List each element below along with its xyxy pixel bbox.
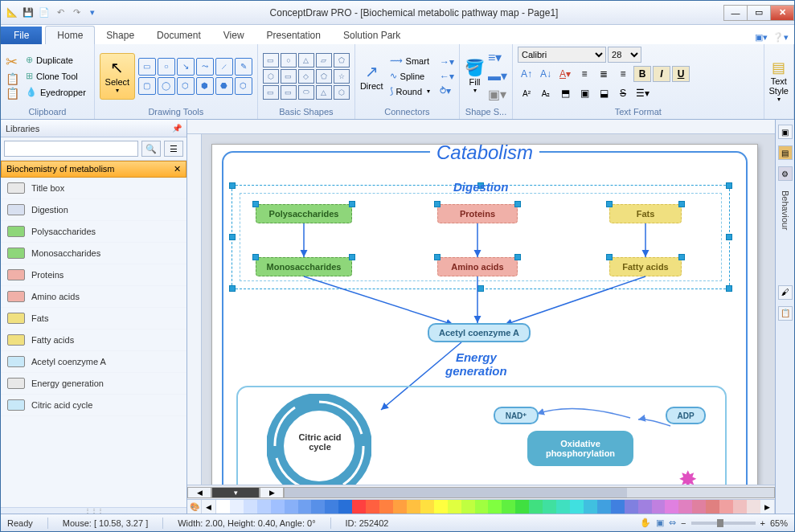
paste-icon[interactable]: 📋 [6, 87, 19, 100]
color-swatch[interactable] [434, 500, 448, 514]
color-swatch[interactable] [678, 500, 692, 514]
color-swatch[interactable] [692, 500, 706, 514]
bold-button[interactable]: B [633, 66, 651, 82]
color-swatch[interactable] [611, 500, 625, 514]
page-tab[interactable]: ▾ [211, 487, 260, 498]
fit-width-icon[interactable]: ⇔ [669, 518, 676, 528]
subscript-icon[interactable]: A₂ [537, 85, 555, 101]
cut-icon[interactable]: ✂ [6, 53, 19, 71]
rail-btn-1[interactable]: ▣ [778, 125, 793, 139]
color-swatch[interactable] [461, 500, 475, 514]
list-item[interactable]: Title box [1, 178, 186, 199]
close-button[interactable]: ✕ [770, 5, 794, 21]
qat-save-icon[interactable]: 💾 [22, 6, 35, 19]
rail-btn-5[interactable]: 📋 [778, 306, 793, 321]
node-polysaccharides[interactable]: Polysaccharides [256, 204, 352, 223]
duplicate-button[interactable]: ⊕Duplicate [23, 53, 89, 67]
basic-shapes-grid[interactable]: ▭○△▱⬠ ⬡▭◇⬠☆ ▭▭⬭△⬡ [263, 53, 350, 100]
color-swatch[interactable] [393, 500, 407, 514]
fit-page-icon[interactable]: ▣ [656, 518, 664, 528]
color-swatch[interactable] [584, 500, 597, 514]
zoom-in-icon[interactable]: + [760, 518, 765, 528]
color-swatch[interactable] [216, 500, 230, 514]
page-prev-button[interactable]: ◀ [187, 487, 211, 498]
superscript-icon[interactable]: A² [518, 85, 535, 101]
node-acetyl-coa[interactable]: Acetyl coenzyme A [428, 323, 531, 342]
line-style-icon[interactable]: ≡▾ [488, 50, 507, 65]
category-close-icon[interactable]: ✕ [174, 164, 181, 174]
bullets-icon[interactable]: ☰▾ [633, 85, 651, 101]
library-search-input[interactable] [4, 141, 138, 157]
search-button[interactable]: 🔍 [141, 141, 161, 157]
list-item[interactable]: Energy generation [1, 373, 186, 395]
node-fats[interactable]: Fats [609, 204, 682, 223]
node-fatty-acids[interactable]: Fatty acids [609, 257, 682, 276]
maximize-button[interactable]: ▭ [747, 5, 771, 21]
color-swatch[interactable] [515, 500, 529, 514]
valign-top-icon[interactable]: ⬒ [556, 85, 574, 101]
underline-button[interactable]: U [672, 66, 690, 82]
tab-document[interactable]: Document [145, 27, 212, 44]
palette-next-icon[interactable]: ▶ [760, 500, 775, 514]
color-swatch[interactable] [366, 500, 379, 514]
list-item[interactable]: Citric acid cycle [1, 395, 186, 416]
library-options-button[interactable]: ☰ [164, 141, 183, 157]
color-swatch[interactable] [325, 500, 338, 514]
color-swatch[interactable] [257, 500, 271, 514]
color-swatch[interactable] [285, 500, 298, 514]
color-swatch[interactable] [420, 500, 434, 514]
italic-button[interactable]: I [653, 66, 670, 82]
canvas[interactable]: Catabolism Digestion Polysaccharides Pro… [187, 134, 775, 485]
qat-undo-icon[interactable]: ↶ [54, 6, 67, 19]
color-swatch[interactable] [747, 500, 760, 514]
ribbon-collapse-icon[interactable]: ▣▾ [754, 30, 768, 44]
file-tab[interactable]: File [1, 27, 42, 44]
color-swatch[interactable] [475, 500, 489, 514]
qat-redo-icon[interactable]: ↷ [70, 6, 83, 19]
color-swatch[interactable] [570, 500, 584, 514]
color-swatch[interactable] [311, 500, 325, 514]
list-item[interactable]: Polysaccharides [1, 221, 186, 243]
library-category-header[interactable]: Biochemistry of metabolism✕ [1, 161, 186, 178]
node-proteins[interactable]: Proteins [437, 204, 518, 223]
hscroll-track[interactable] [284, 487, 775, 498]
color-swatch[interactable] [271, 500, 285, 514]
shadow-icon[interactable]: ▣▾ [488, 87, 507, 102]
zoom-slider[interactable] [691, 522, 756, 525]
strike-icon[interactable]: S [614, 85, 632, 101]
node-monosaccharides[interactable]: Monosaccharides [256, 257, 352, 276]
tab-view[interactable]: View [212, 27, 256, 44]
list-item[interactable]: Acetyl coenzyme A [1, 351, 186, 373]
valign-mid-icon[interactable]: ▣ [576, 85, 593, 101]
connector-end-icon[interactable]: →▾ [440, 56, 454, 68]
drawing-tools-grid[interactable]: ▭○↘⤳⟋✎ ▢◯⬡⬢⬣⬡ [138, 58, 252, 95]
panel-splitter[interactable]: ⋮⋮⋮ [1, 507, 186, 514]
color-swatch[interactable] [379, 500, 393, 514]
rail-btn-behaviour[interactable]: ⚙ [778, 166, 793, 181]
align-left-icon[interactable]: ≡ [576, 66, 593, 82]
color-swatch[interactable] [706, 500, 719, 514]
hand-tool-icon[interactable]: ✋ [640, 518, 651, 528]
node-amino-acids[interactable]: Amino acids [437, 257, 518, 276]
rail-btn-4[interactable]: 🖌 [778, 285, 793, 300]
palette-prev-icon[interactable]: ◀ [202, 500, 216, 514]
color-swatch[interactable] [230, 500, 244, 514]
color-swatches[interactable] [216, 500, 760, 514]
tab-shape[interactable]: Shape [95, 27, 145, 44]
color-swatch[interactable] [502, 500, 515, 514]
list-item[interactable]: Proteins [1, 264, 186, 286]
rail-btn-2[interactable]: ▤ [778, 145, 793, 160]
round-connector-button[interactable]: ⟆Round▾ [387, 84, 433, 98]
color-swatch[interactable] [448, 500, 461, 514]
line-weight-icon[interactable]: ▬▾ [488, 68, 507, 84]
canvas-hscroll[interactable]: ◀ ▾ ▶ [187, 485, 775, 499]
color-swatch[interactable] [529, 500, 543, 514]
zoom-out-icon[interactable]: − [681, 518, 686, 528]
color-swatch[interactable] [733, 500, 747, 514]
connector-start-icon[interactable]: ←▾ [440, 71, 454, 82]
increase-font-icon[interactable]: A↑ [518, 66, 535, 82]
color-swatch[interactable] [625, 500, 638, 514]
node-nad[interactable]: NAD⁺ [494, 407, 539, 424]
palette-picker-icon[interactable]: 🎨 [187, 500, 202, 514]
citric-cycle-shape[interactable]: Citric acid cycle [267, 394, 371, 485]
